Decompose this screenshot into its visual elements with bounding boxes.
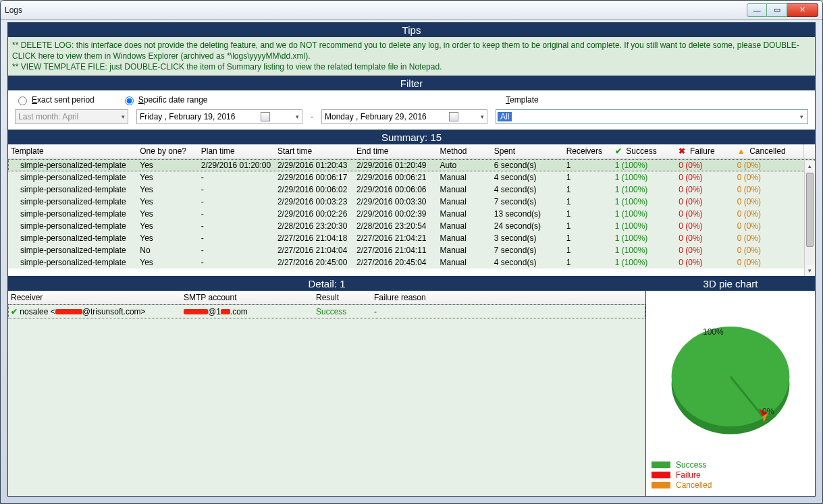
date-range-separator: - xyxy=(311,112,313,121)
scroll-up-button[interactable]: ▴ xyxy=(805,161,815,171)
summary-header-row: Template One by one? Plan time Start tim… xyxy=(8,144,815,159)
warning-icon: ▲ xyxy=(737,146,745,156)
table-row[interactable]: simple-personalized-templateYes-2/27/201… xyxy=(8,256,815,269)
table-row[interactable]: simple-personalized-templateYes2/29/2016… xyxy=(8,159,815,172)
chevron-down-icon[interactable]: ▾ xyxy=(481,113,484,120)
pie-label-100: 100% xyxy=(703,327,724,337)
date-from-picker[interactable]: Friday , February 19, 2016 ▾ xyxy=(136,109,302,124)
template-value: All xyxy=(498,112,512,121)
specific-range-radio-input[interactable] xyxy=(125,96,134,105)
check-icon: ✔ xyxy=(615,146,622,156)
specific-range-radio[interactable]: Specific date range xyxy=(122,94,208,105)
col-cancelled[interactable]: ▲ Cancelled xyxy=(735,144,804,159)
exact-period-radio-input[interactable] xyxy=(18,96,27,105)
detail-pane: Detail: 1 Receiver SMTP account Result F… xyxy=(8,277,646,496)
summary-header: Summary: 15 xyxy=(8,130,815,144)
app-window: Logs — ▭ ✕ Tips ** DELETE LOG: this inte… xyxy=(0,0,823,504)
legend-cancelled: Cancelled xyxy=(652,480,809,490)
tips-line-1: ** DELETE LOG: this interface does not p… xyxy=(12,40,811,61)
table-row[interactable]: simple-personalized-templateYes-2/27/201… xyxy=(8,232,815,244)
table-row[interactable]: simple-personalized-templateYes-2/28/201… xyxy=(8,220,815,232)
col-spent[interactable]: Spent xyxy=(492,144,564,159)
filter-header: Filter xyxy=(8,76,815,90)
swatch-failure xyxy=(652,472,670,478)
window-buttons: — ▭ ✕ xyxy=(747,3,818,17)
dcol-receiver[interactable]: Receiver xyxy=(8,291,181,305)
dcol-reason[interactable]: Failure reason xyxy=(371,291,645,305)
pie-label-0: 0% xyxy=(762,407,774,416)
scroll-column-header xyxy=(803,144,815,159)
detail-reason: - xyxy=(371,304,645,318)
legend-failure: Failure xyxy=(652,470,809,480)
col-onebyone[interactable]: One by one? xyxy=(137,144,198,159)
tips-header: Tips xyxy=(8,23,815,37)
col-receivers[interactable]: Receivers xyxy=(564,144,612,159)
chevron-down-icon[interactable]: ▾ xyxy=(797,113,806,120)
content-area: Tips ** DELETE LOG: this interface does … xyxy=(7,22,816,497)
exact-period-radio[interactable]: Exact sent period xyxy=(15,94,95,105)
period-value: Last month: April xyxy=(18,112,78,121)
period-combo: Last month: April ▾ xyxy=(15,109,128,124)
col-plan[interactable]: Plan time xyxy=(198,144,275,159)
swatch-cancelled xyxy=(652,482,670,488)
col-method[interactable]: Method xyxy=(437,144,492,159)
filter-body: Exact sent period Specific date range Te… xyxy=(8,90,815,130)
bottom-panes: Detail: 1 Receiver SMTP account Result F… xyxy=(8,277,815,496)
template-label: Template xyxy=(506,95,539,105)
detail-header: Detail: 1 xyxy=(8,277,645,291)
detail-result: Success xyxy=(313,304,371,318)
template-combo[interactable]: All ▾ xyxy=(496,109,808,124)
dcol-smtp[interactable]: SMTP account xyxy=(181,291,313,305)
calendar-icon[interactable] xyxy=(449,112,458,121)
scroll-down-button[interactable]: ▾ xyxy=(805,265,815,276)
summary-grid[interactable]: Template One by one? Plan time Start tim… xyxy=(8,144,815,277)
table-row[interactable]: simple-personalized-templateYes-2/29/201… xyxy=(8,196,815,208)
detail-smtp: @1.com xyxy=(181,304,313,318)
col-failure[interactable]: ✖ Failure xyxy=(676,144,734,159)
summary-scrollbar[interactable]: ▴ ▾ xyxy=(804,161,815,276)
chevron-down-icon: ▾ xyxy=(122,113,125,120)
col-end[interactable]: End time xyxy=(354,144,437,159)
date-from-value: Friday , February 19, 2016 xyxy=(140,112,235,121)
table-row[interactable]: simple-personalized-templateYes-2/29/201… xyxy=(8,184,815,196)
date-to-value: Monday , February 29, 2016 xyxy=(325,112,427,121)
calendar-icon[interactable] xyxy=(261,112,270,121)
chart-pane: 3D pie chart 100% 0% xyxy=(646,277,815,496)
check-icon: ✔ xyxy=(11,307,18,316)
legend-success: Success xyxy=(652,460,809,470)
col-success[interactable]: ✔ Success xyxy=(612,144,676,159)
table-row[interactable]: simple-personalized-templateYes-2/29/201… xyxy=(8,171,815,184)
close-button[interactable]: ✕ xyxy=(787,3,818,17)
tips-line-2: ** VIEW TEMPLATE FILE: just DOUBLE-CLICK… xyxy=(12,61,811,72)
redacted-text xyxy=(55,309,82,314)
summary-table[interactable]: Template One by one? Plan time Start tim… xyxy=(8,144,815,269)
detail-table[interactable]: Receiver SMTP account Result Failure rea… xyxy=(8,291,645,318)
dcol-result[interactable]: Result xyxy=(313,291,371,305)
detail-receiver: ✔ nosalee <@trisunsoft.com> xyxy=(8,304,181,318)
pie-chart: 100% 0% xyxy=(666,314,795,442)
col-template[interactable]: Template xyxy=(8,144,137,159)
chart-header: 3D pie chart xyxy=(646,277,815,291)
table-row[interactable]: simple-personalized-templateYes-2/29/201… xyxy=(8,208,815,220)
minimize-button[interactable]: — xyxy=(747,3,767,17)
window-title: Logs xyxy=(5,5,22,15)
x-icon: ✖ xyxy=(679,146,685,156)
date-to-picker[interactable]: Monday , February 29, 2016 ▾ xyxy=(321,109,487,124)
chart-body: 100% 0% Success Failure Cancelled xyxy=(646,291,815,496)
chevron-down-icon[interactable]: ▾ xyxy=(296,113,299,120)
detail-body[interactable]: Receiver SMTP account Result Failure rea… xyxy=(8,291,645,496)
tips-body[interactable]: ** DELETE LOG: this interface does not p… xyxy=(8,37,815,76)
swatch-success xyxy=(652,461,670,468)
titlebar[interactable]: Logs — ▭ ✕ xyxy=(1,1,822,20)
col-start[interactable]: Start time xyxy=(275,144,354,159)
detail-row[interactable]: ✔ nosalee <@trisunsoft.com> @1.com Succe… xyxy=(8,304,645,318)
redacted-text xyxy=(184,309,208,314)
scroll-thumb[interactable] xyxy=(806,173,814,247)
maximize-button[interactable]: ▭ xyxy=(767,3,787,17)
table-row[interactable]: simple-personalized-templateNo-2/27/2016… xyxy=(8,244,815,256)
chart-legend: Success Failure Cancelled xyxy=(652,459,809,491)
pie-wrap: 100% 0% xyxy=(652,296,809,459)
redacted-text xyxy=(221,309,230,314)
